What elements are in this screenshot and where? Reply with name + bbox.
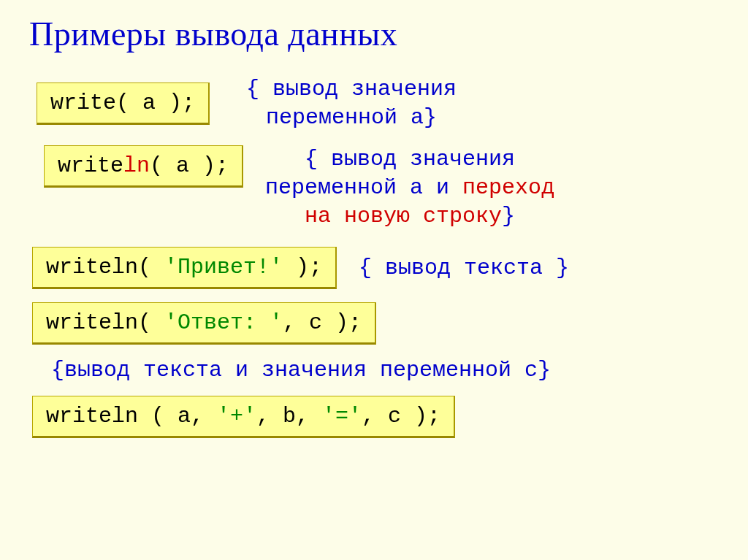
example-row-3: writeln( 'Привет!' ); { вывод текста } bbox=[29, 247, 719, 289]
comment-2: { вывод значения переменной a и переход … bbox=[265, 145, 554, 231]
comment-1: { вывод значения переменной a} bbox=[246, 75, 457, 132]
example-row-4: writeln( 'Ответ: ', c ); bbox=[29, 302, 719, 345]
code-box-writeln-abc: writeln ( a, '+', b, '=', c ); bbox=[32, 396, 455, 438]
example-row-2: writeln( a ); { вывод значения переменно… bbox=[29, 145, 719, 231]
comment-3: { вывод текста } bbox=[359, 254, 569, 283]
code-box-writeln: writeln( a ); bbox=[44, 145, 243, 188]
code-box-writeln-text: writeln( 'Привет!' ); bbox=[32, 247, 337, 289]
code-box-writeln-answer: writeln( 'Ответ: ', c ); bbox=[32, 302, 376, 345]
example-row-5: writeln ( a, '+', b, '=', c ); bbox=[29, 396, 719, 438]
comment-4: {вывод текста и значения переменной c} bbox=[51, 358, 719, 383]
example-row-1: write( a ); { вывод значения переменной … bbox=[29, 75, 719, 132]
slide-title: Примеры вывода данных bbox=[29, 15, 719, 53]
code-box-write: write( a ); bbox=[37, 83, 210, 125]
